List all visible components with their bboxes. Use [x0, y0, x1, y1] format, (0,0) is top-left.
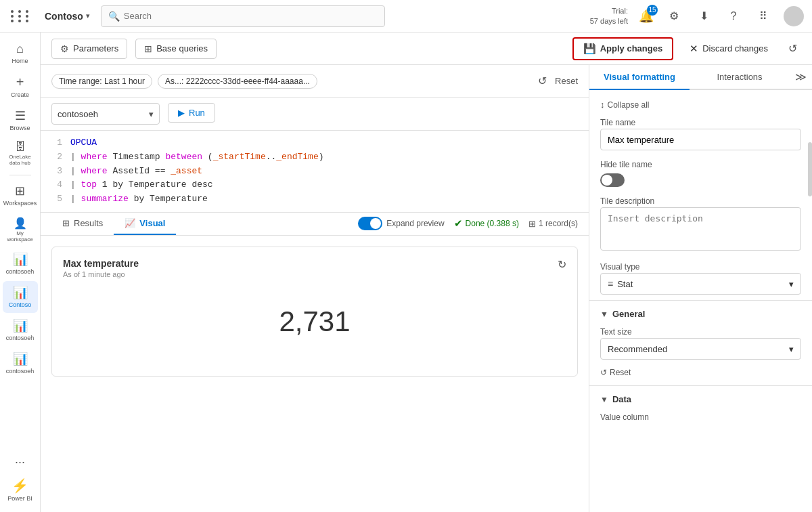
tab-interactions[interactable]: Interactions	[690, 65, 790, 90]
text-size-label: Text size	[589, 323, 812, 338]
reset-query-button[interactable]: ↺	[534, 70, 551, 91]
tile-name-input[interactable]	[600, 129, 801, 150]
reset-small-icon: ↺	[600, 368, 607, 377]
asset-pill[interactable]: As...: 2222cccc-33dd-eeee-ff44-aaaaa...	[158, 74, 317, 89]
general-reset-button[interactable]: ↺ Reset	[589, 365, 641, 380]
discard-changes-label: Discard changes	[702, 43, 768, 54]
data-section-header[interactable]: ▼ Data	[589, 389, 812, 408]
apply-changes-label: Apply changes	[600, 43, 662, 54]
time-range-label: Time range: Last 1 hour	[59, 77, 145, 86]
done-check-icon: ✔	[454, 217, 463, 230]
parameters-button[interactable]: ⚙ Parameters	[51, 39, 127, 59]
toggle-switch[interactable]	[358, 217, 382, 230]
result-tabs: ⊞ Results 📈 Visual Expand preview	[41, 213, 589, 236]
query-header: Time range: Last 1 hour As...: 2222cccc-…	[41, 65, 589, 98]
visual-label: Visual	[139, 218, 165, 228]
apply-changes-button[interactable]: 💾 Apply changes	[572, 37, 673, 60]
db-name: contosoeh	[58, 109, 98, 119]
value-column-label: Value column	[589, 408, 812, 423]
sidebar-item-contosoeh1[interactable]: 📊 contosoeh	[3, 248, 38, 280]
text-size-dropdown[interactable]: Recommended ▾	[600, 338, 801, 360]
layout: ⌂ Home + Create ☰ Browse 🗄 OneLakedata h…	[0, 33, 812, 512]
visual-type-value: Stat	[617, 279, 633, 289]
brand-chevron: ▾	[86, 12, 90, 20]
settings-icon[interactable]: ⚙	[664, 7, 683, 26]
sidebar-item-contoso[interactable]: 📊 Contoso	[3, 281, 38, 313]
interactions-label: Interactions	[717, 72, 762, 82]
tab-visual[interactable]: 📈 Visual	[114, 213, 176, 235]
sidebar-label-myworkspace: Myworkspace	[7, 231, 32, 243]
collapse-arrows-icon: ↕	[600, 100, 605, 110]
asset-label: As...: 2222cccc-33dd-eeee-ff44-aaaaa...	[165, 77, 310, 86]
code-editor[interactable]: 1 OPCUA 2 | where Timestamp between (_st…	[41, 131, 589, 213]
hide-tile-toggle[interactable]	[600, 173, 625, 187]
help-icon[interactable]: ?	[724, 7, 743, 26]
share-icon[interactable]: ⠿	[754, 7, 773, 26]
discard-changes-button[interactable]: ✕ Discard changes	[681, 39, 776, 59]
tab-status: Expand preview ✔ Done (0.388 s) ⊞ 1 reco…	[358, 217, 578, 230]
records-icon: ⊞	[528, 219, 536, 229]
panel-expand-button[interactable]: ≫	[790, 65, 812, 89]
sidebar-item-myworkspace[interactable]: 👤 Myworkspace	[3, 213, 38, 247]
results-label: Results	[74, 218, 103, 228]
sidebar-item-workspaces[interactable]: ⊞ Workspaces	[3, 179, 38, 211]
sidebar-label-contosoeh3: contosoeh	[6, 368, 35, 375]
divider-1	[589, 300, 812, 301]
sidebar-item-browse[interactable]: ☰ Browse	[3, 104, 38, 136]
base-queries-button[interactable]: ⊞ Base queries	[135, 39, 217, 59]
brand-area[interactable]: Contoso ▾	[39, 8, 95, 24]
sidebar-item-home[interactable]: ⌂ Home	[3, 38, 38, 69]
sidebar-item-contosoeh3[interactable]: 📊 contosoeh	[3, 347, 38, 379]
preview-card-title: Max temperature	[63, 258, 566, 269]
base-queries-label: Base queries	[156, 43, 208, 54]
collapse-all-button[interactable]: ↕ Collapse all	[600, 100, 650, 110]
expand-preview-toggle[interactable]: Expand preview	[358, 217, 444, 230]
preview-panel: ↻ Max temperature As of 1 minute ago 2,7…	[41, 236, 589, 512]
download-icon[interactable]: ⬇	[694, 7, 713, 26]
preview-refresh-button[interactable]: ↻	[558, 258, 566, 271]
powerbi-icon: ⚡	[12, 477, 28, 494]
tile-desc-label: Tile description	[589, 192, 812, 207]
sidebar-more[interactable]: ...	[9, 447, 30, 472]
sidebar-item-powerbi[interactable]: ⚡ Power BI	[3, 473, 38, 507]
sidebar-item-contosoeh2[interactable]: 📊 contosoeh	[3, 314, 38, 346]
general-chevron-icon: ▼	[600, 310, 608, 319]
sidebar-item-create[interactable]: + Create	[3, 70, 38, 103]
done-badge: ✔ Done (0.388 s)	[454, 217, 519, 230]
search-input[interactable]	[124, 11, 378, 21]
apps-grid-icon[interactable]	[8, 7, 34, 25]
results-table-icon: ⊞	[62, 218, 70, 228]
scrollbar[interactable]	[808, 135, 812, 478]
text-size-value: Recommended	[608, 344, 667, 354]
avatar[interactable]	[784, 6, 804, 26]
general-section-header[interactable]: ▼ General	[589, 303, 812, 323]
sidebar-item-onelake[interactable]: 🗄 OneLakedata hub	[3, 137, 38, 171]
reset-label: Reset	[555, 76, 578, 86]
sidebar-label-onelake: OneLakedata hub	[9, 154, 30, 167]
db-selector[interactable]: contosoeh ▾	[51, 103, 160, 125]
code-line-4: 4 | top 1 by Temperature desc	[51, 178, 578, 192]
visual-type-dropdown[interactable]: ≡ Stat ▾	[600, 273, 801, 295]
time-range-pill[interactable]: Time range: Last 1 hour	[51, 74, 152, 89]
tab-visual-formatting[interactable]: Visual formatting	[589, 65, 690, 90]
right-panel-body: ↕ Collapse all Tile name Hide tile name	[589, 90, 812, 512]
left-panel: Time range: Last 1 hour As...: 2222cccc-…	[41, 65, 589, 512]
tab-results[interactable]: ⊞ Results	[51, 213, 114, 235]
discard-changes-icon: ✕	[690, 43, 698, 55]
sidebar-label-create: Create	[11, 91, 29, 99]
search-bar[interactable]: 🔍	[101, 5, 385, 27]
trial-info: Trial: 57 days left	[590, 6, 628, 26]
general-reset-label: Reset	[610, 368, 631, 377]
run-button[interactable]: ▶ Run	[168, 103, 215, 123]
stat-icon: ≡	[608, 278, 613, 289]
sidebar-label-powerbi: Power BI	[7, 495, 32, 503]
main-area: ⚙ Parameters ⊞ Base queries 💾 Apply chan…	[41, 33, 812, 512]
preview-card-subtitle: As of 1 minute ago	[63, 270, 566, 278]
expand-preview-label: Expand preview	[386, 219, 444, 228]
toggle-knob-2	[602, 175, 612, 186]
tile-desc-input[interactable]	[600, 207, 801, 251]
top-nav: Contoso ▾ 🔍 Trial: 57 days left 🔔 15 ⚙ ⬇…	[0, 0, 812, 33]
notification-bell[interactable]: 🔔 15	[639, 9, 654, 24]
refresh-button[interactable]: ↺	[784, 38, 801, 59]
general-section-title: General	[612, 309, 645, 319]
